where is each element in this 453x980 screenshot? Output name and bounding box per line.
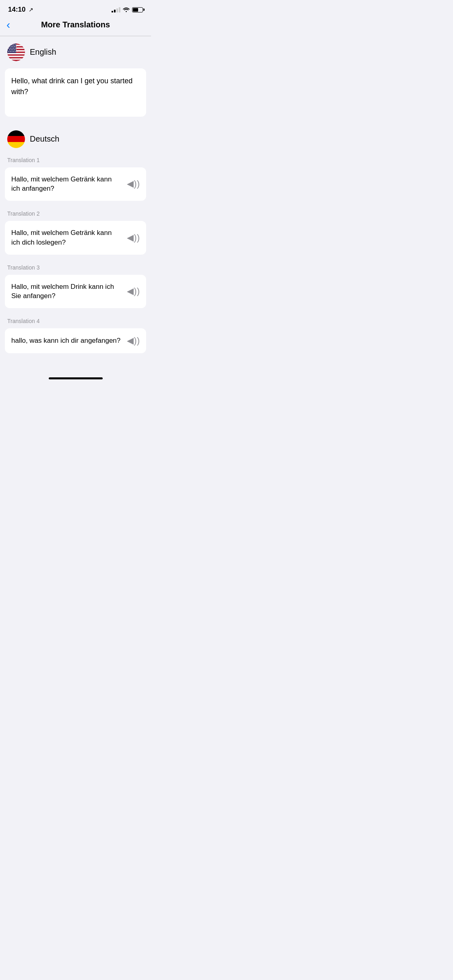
content: ★★★★★★ ★★★★★ ★★★★★★ ★★★★★ ★★★★★★ English…	[0, 36, 151, 354]
home-indicator	[49, 377, 103, 379]
de-stripe-red	[7, 136, 25, 142]
deutsch-label: Deutsch	[30, 134, 59, 144]
translation-4-card[interactable]: hallo, was kann ich dir angefangen? ◀))	[5, 328, 146, 353]
translation-1-text: Hallo, mit welchem Getränk kann ich anfa…	[11, 175, 122, 194]
back-button[interactable]: ‹	[6, 19, 10, 31]
signal-bar-3	[116, 8, 118, 12]
battery-fill	[133, 8, 138, 12]
translation-3-card[interactable]: Hallo, mit welchem Drink kann ich Sie an…	[5, 275, 146, 309]
wifi-icon	[123, 7, 130, 12]
svg-rect-9	[7, 53, 25, 54]
svg-rect-11	[7, 56, 25, 57]
svg-text:★★★★★★: ★★★★★★	[8, 50, 18, 52]
translation-1-card[interactable]: Hallo, mit welchem Getränk kann ich anfa…	[5, 167, 146, 201]
status-time: 14:10	[8, 6, 25, 14]
signal-bar-4	[119, 7, 120, 12]
deutsch-language-header: Deutsch	[0, 123, 151, 154]
status-bar: 14:10 ↗	[0, 0, 151, 16]
status-icons	[112, 7, 143, 12]
de-stripe-gold	[7, 142, 25, 148]
english-text-card: Hello, what drink can I get you started …	[5, 68, 146, 117]
svg-rect-12	[7, 57, 25, 58]
speaker-2-icon[interactable]: ◀))	[127, 233, 140, 243]
speaker-4-icon[interactable]: ◀))	[127, 336, 140, 346]
translation-2-text: Hallo, mit welchem Getränk kann ich dich…	[11, 228, 122, 247]
speaker-3-icon[interactable]: ◀))	[127, 286, 140, 296]
svg-rect-13	[7, 58, 25, 60]
signal-bar-2	[114, 10, 116, 12]
signal-bar-1	[112, 11, 113, 12]
translation-3-label: Translation 3	[0, 261, 151, 273]
english-label: English	[30, 47, 56, 57]
svg-rect-14	[7, 60, 25, 61]
translation-1-label: Translation 1	[0, 154, 151, 166]
de-stripe-black	[7, 130, 25, 136]
english-language-header: ★★★★★★ ★★★★★ ★★★★★★ ★★★★★ ★★★★★★ English	[0, 36, 151, 67]
location-arrow-icon: ↗	[29, 6, 33, 13]
page-title: More Translations	[41, 20, 110, 29]
nav-bar: ‹ More Translations	[0, 16, 151, 36]
translation-2-label: Translation 2	[0, 207, 151, 219]
speaker-1-icon[interactable]: ◀))	[127, 179, 140, 189]
translation-2-card[interactable]: Hallo, mit welchem Getränk kann ich dich…	[5, 221, 146, 255]
english-text: Hello, what drink can I get you started …	[11, 76, 140, 97]
translation-4-text: hallo, was kann ich dir angefangen?	[11, 336, 122, 346]
us-flag: ★★★★★★ ★★★★★ ★★★★★★ ★★★★★ ★★★★★★	[7, 43, 25, 61]
translation-3-text: Hallo, mit welchem Drink kann ich Sie an…	[11, 282, 122, 301]
battery-icon	[132, 7, 143, 12]
de-flag	[7, 130, 25, 148]
translation-4-label: Translation 4	[0, 315, 151, 327]
svg-rect-10	[7, 54, 25, 56]
signal-bars-icon	[112, 7, 120, 12]
